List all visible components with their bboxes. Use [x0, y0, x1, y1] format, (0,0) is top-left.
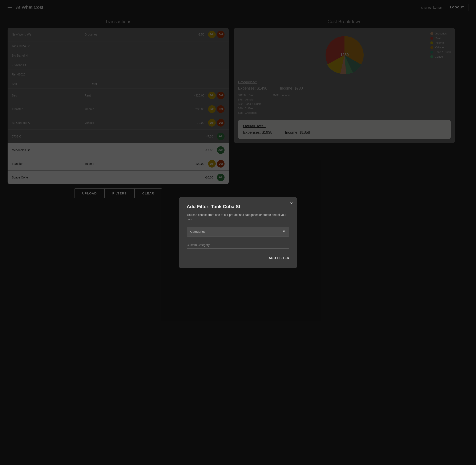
custom-category-input[interactable] [187, 242, 289, 248]
modal-title: Add Filter: Tank Cuba St [187, 204, 289, 209]
chevron-down-icon: ▼ [282, 229, 286, 234]
modal: × Add Filter: Tank Cuba St You can choos… [179, 197, 297, 268]
add-filter-button[interactable]: ADD FILTER [269, 254, 289, 261]
modal-overlay[interactable]: × Add Filter: Tank Cuba St You can choos… [0, 0, 476, 465]
modal-description: You can choose from one of our pre-defin… [187, 213, 289, 222]
categories-label: Categories: [190, 230, 206, 233]
modal-close-button[interactable]: × [290, 201, 293, 206]
custom-category-wrap [187, 242, 289, 248]
modal-footer: ADD FILTER [187, 254, 289, 261]
categories-select[interactable]: Categories: ▼ [187, 227, 289, 236]
